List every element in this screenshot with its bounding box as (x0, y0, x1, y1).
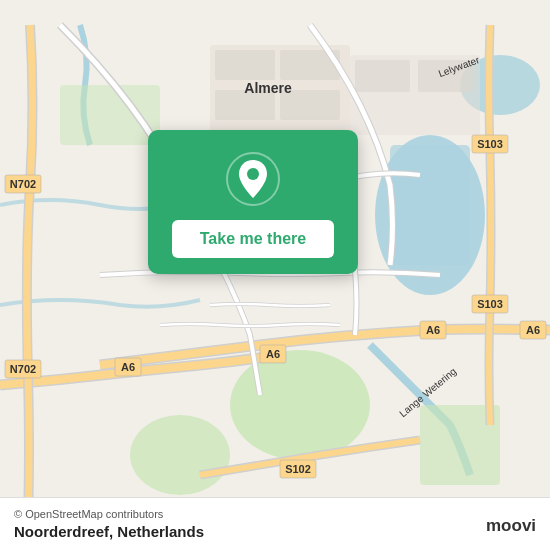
svg-rect-13 (355, 60, 410, 92)
bottom-bar: © OpenStreetMap contributors Noorderdree… (0, 497, 550, 550)
bottom-left: © OpenStreetMap contributors Noorderdree… (14, 508, 204, 540)
svg-text:S103: S103 (477, 298, 503, 310)
svg-text:moovit: moovit (486, 516, 536, 535)
take-me-there-button[interactable]: Take me there (172, 220, 334, 258)
svg-text:S103: S103 (477, 138, 503, 150)
popup-card: Take me there (148, 130, 358, 274)
location-name: Noorderdreef, Netherlands (14, 523, 204, 540)
moovit-logo: moovit (486, 509, 536, 539)
svg-point-37 (247, 168, 259, 180)
svg-text:A6: A6 (121, 361, 135, 373)
svg-rect-1 (390, 145, 470, 265)
osm-attribution: © OpenStreetMap contributors (14, 508, 204, 520)
svg-text:S102: S102 (285, 463, 311, 475)
location-pin-icon (226, 152, 280, 206)
map-container: N702 N702 A6 A6 A6 A6 S103 S103 S102 Alm… (0, 0, 550, 550)
svg-rect-8 (215, 50, 275, 80)
svg-point-4 (130, 415, 230, 495)
moovit-brand-icon: moovit (486, 509, 536, 539)
svg-point-3 (230, 350, 370, 460)
svg-text:N702: N702 (10, 363, 36, 375)
svg-text:A6: A6 (426, 324, 440, 336)
svg-text:N702: N702 (10, 178, 36, 190)
svg-rect-5 (60, 85, 160, 145)
svg-text:A6: A6 (266, 348, 280, 360)
svg-text:A6: A6 (526, 324, 540, 336)
map-svg: N702 N702 A6 A6 A6 A6 S103 S103 S102 Alm… (0, 0, 550, 550)
svg-text:Almere: Almere (244, 80, 292, 96)
